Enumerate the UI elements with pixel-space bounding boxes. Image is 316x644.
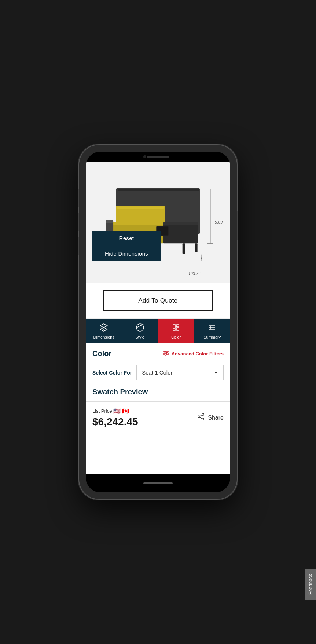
filter-icon (163, 351, 169, 357)
svg-point-36 (166, 352, 168, 354)
advanced-color-filters-button[interactable]: Advanced Color Filters (163, 351, 224, 357)
select-color-row: Select Color For Seat 1 Color ▼ (92, 365, 224, 380)
tab-bar: Dimensions Style (86, 319, 230, 343)
us-flag-icon: 🇺🇸 (113, 408, 121, 415)
tab-color-label: Color (171, 335, 181, 339)
cube-icon (99, 323, 108, 333)
feedback-tab[interactable]: Feedback (305, 569, 316, 600)
phone-frame: 103.7 " 53.9 " Reset Hide Dimensions Add… (79, 145, 237, 499)
svg-point-40 (202, 418, 204, 420)
overlay-buttons: Reset Hide Dimensions (92, 231, 161, 261)
svg-point-35 (164, 351, 166, 352)
phone-bottom-bar (86, 474, 230, 492)
price-footer: List Price 🇺🇸 🇨🇦 $6,242.45 (86, 402, 230, 435)
svg-rect-11 (106, 220, 113, 223)
front-camera (143, 155, 146, 158)
list-icon (208, 323, 217, 333)
svg-point-39 (198, 416, 200, 418)
svg-rect-7 (163, 222, 198, 225)
volume-up-button (78, 189, 79, 207)
price-value: $6,242.45 (92, 416, 138, 428)
color-header: Color Advanced Colo (92, 350, 224, 358)
share-button[interactable]: Share (197, 413, 224, 423)
svg-rect-24 (173, 325, 176, 328)
svg-point-37 (165, 354, 166, 355)
svg-line-41 (200, 417, 202, 419)
chevron-down-icon: ▼ (214, 370, 218, 375)
svg-point-38 (202, 413, 204, 416)
advanced-filters-label: Advanced Color Filters (172, 351, 224, 357)
volume-down-button (78, 213, 79, 231)
power-button (237, 211, 238, 240)
svg-rect-15 (195, 243, 198, 252)
home-indicator (143, 482, 173, 484)
share-icon (197, 413, 205, 423)
price-left: List Price 🇺🇸 🇨🇦 $6,242.45 (92, 408, 138, 428)
height-dimension-label: 53.9 " (215, 220, 225, 224)
svg-rect-26 (176, 328, 179, 330)
share-label: Share (208, 415, 224, 421)
tab-style[interactable]: Style (122, 319, 158, 343)
tab-summary[interactable]: Summary (194, 319, 231, 343)
tab-style-label: Style (136, 335, 144, 339)
color-section-title: Color (92, 350, 111, 358)
tab-summary-label: Summary (203, 335, 221, 339)
phone-top-bar (86, 152, 230, 162)
color-section: Color Advanced Colo (86, 343, 230, 402)
select-color-for-label: Select Color For (92, 370, 132, 376)
ca-flag-icon: 🇨🇦 (122, 408, 129, 415)
list-price-label: List Price 🇺🇸 🇨🇦 (92, 408, 138, 415)
screen: 103.7 " 53.9 " Reset Hide Dimensions Add… (86, 162, 230, 474)
add-to-quote-button[interactable]: Add To Quote (103, 290, 213, 311)
width-dimension-label: 103.7 " (188, 271, 201, 276)
phone-speaker (147, 156, 169, 158)
dropdown-selected-value: Seat 1 Color (142, 369, 172, 376)
svg-line-42 (200, 415, 202, 416)
phone-inner: 103.7 " 53.9 " Reset Hide Dimensions Add… (86, 152, 230, 492)
svg-rect-14 (183, 243, 185, 254)
product-image-area: 103.7 " 53.9 " Reset Hide Dimensions (86, 162, 230, 283)
svg-rect-27 (173, 329, 176, 330)
tab-dimensions-label: Dimensions (93, 335, 114, 339)
style-icon (136, 323, 144, 333)
swatch-preview-title: Swatch Preview (92, 388, 224, 396)
tab-dimensions[interactable]: Dimensions (86, 319, 122, 343)
color-icon (172, 323, 180, 333)
svg-rect-25 (176, 325, 179, 327)
svg-point-22 (136, 324, 144, 331)
svg-rect-1 (118, 189, 199, 191)
mute-button (78, 237, 79, 255)
hide-dimensions-button[interactable]: Hide Dimensions (92, 246, 161, 261)
add-to-quote-area: Add To Quote (86, 283, 230, 319)
tab-color[interactable]: Color (158, 319, 194, 343)
reset-button[interactable]: Reset (92, 231, 161, 246)
color-for-dropdown[interactable]: Seat 1 Color ▼ (136, 365, 224, 380)
svg-rect-5 (117, 206, 165, 209)
